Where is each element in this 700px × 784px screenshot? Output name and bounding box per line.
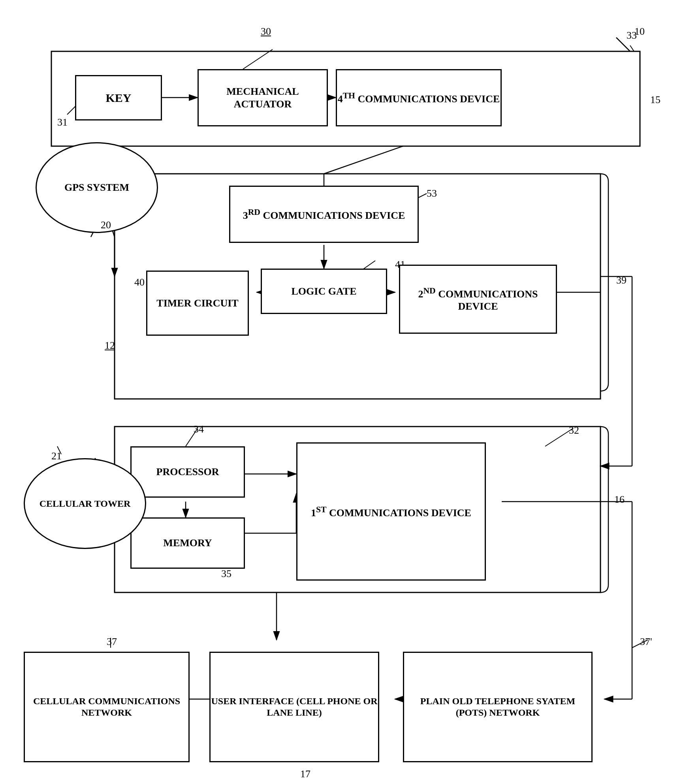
second-comm-box: 2ND COMMUNICATIONS DEVICE <box>399 265 557 334</box>
logic-gate-box: LOGIC GATE <box>261 269 387 314</box>
ref-40: 40 <box>134 276 145 288</box>
ref-21: 21 <box>51 450 62 462</box>
cellular-tower-oval: CELLULAR TOWER <box>24 458 146 549</box>
key-box: KEY <box>75 75 162 120</box>
third-comm-box: 3RD COMMUNICATIONS DEVICE <box>229 186 419 243</box>
gps-oval: GPS SYSTEM <box>36 142 158 233</box>
ref-39: 39 <box>616 274 627 286</box>
ref-16: 16 <box>614 494 625 506</box>
ref-12: 12 <box>105 340 115 352</box>
diagram: 10 33 15 KEY 31 MECHANICAL ACTUATOR 30 4… <box>0 0 700 784</box>
cellular-network-box: CELLULAR COMMUNICATIONS NETWORK <box>24 652 190 762</box>
ref-15: 15 <box>650 94 660 106</box>
fourth-comm-box: 4TH COMMUNICATIONS DEVICE <box>336 69 502 126</box>
ref-37: 37 <box>107 636 117 648</box>
mechanical-actuator-box: MECHANICAL ACTUATOR <box>198 69 328 126</box>
pots-box: PLAIN OLD TELEPHONE SYATEM (POTS) NETWOR… <box>403 652 593 762</box>
ref-37-prime: 37' <box>640 636 652 648</box>
ref-30: 30 <box>261 26 271 38</box>
first-comm-box: 1ST COMMUNICATIONS DEVICE <box>296 442 486 581</box>
svg-line-28 <box>243 49 273 69</box>
memory-box: MEMORY <box>130 517 245 569</box>
ref-53: 53 <box>427 188 437 199</box>
ref-31: 31 <box>57 117 68 128</box>
ref-17: 17 <box>300 768 310 780</box>
ref-20: 20 <box>101 219 111 231</box>
ref-32: 32 <box>569 425 579 436</box>
user-interface-box: USER INTERFACE (CELL PHONE OR LANE LINE) <box>209 652 379 762</box>
ref-34: 34 <box>194 423 204 435</box>
ref-33: 33 <box>627 30 637 41</box>
processor-box: PROCESSOR <box>130 446 245 498</box>
svg-line-6 <box>324 146 403 174</box>
svg-line-29 <box>630 45 634 51</box>
timer-circuit-box: TIMER CIRCUIT <box>146 271 249 336</box>
ref-35: 35 <box>221 568 231 580</box>
